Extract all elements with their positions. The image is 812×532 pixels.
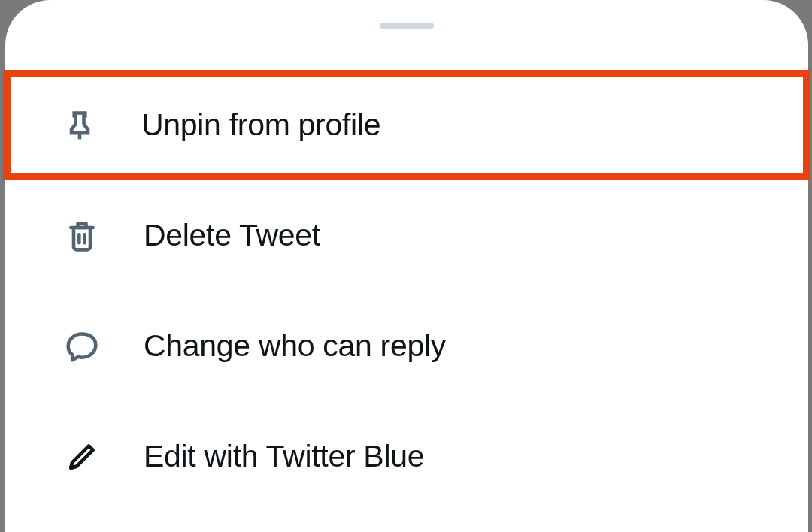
menu-item-delete[interactable]: Delete Tweet bbox=[5, 180, 808, 291]
menu-item-label: Delete Tweet bbox=[144, 218, 320, 253]
action-sheet: Unpin from profile Delete Tweet bbox=[5, 0, 808, 532]
svg-line-4 bbox=[71, 462, 72, 467]
pin-icon bbox=[63, 109, 96, 142]
menu-item-change-reply[interactable]: Change who can reply bbox=[5, 291, 808, 401]
menu-item-label: Change who can reply bbox=[144, 328, 446, 364]
menu-item-unpin[interactable]: Unpin from profile bbox=[3, 70, 810, 180]
trash-icon bbox=[65, 219, 98, 252]
menu-item-edit[interactable]: Edit with Twitter Blue bbox=[5, 401, 808, 512]
pencil-icon bbox=[65, 440, 98, 473]
menu-list: Unpin from profile Delete Tweet bbox=[5, 70, 808, 512]
menu-item-label: Edit with Twitter Blue bbox=[144, 439, 424, 474]
drag-handle[interactable] bbox=[380, 23, 434, 29]
speech-bubble-icon bbox=[65, 330, 98, 363]
menu-item-label: Unpin from profile bbox=[141, 107, 380, 143]
